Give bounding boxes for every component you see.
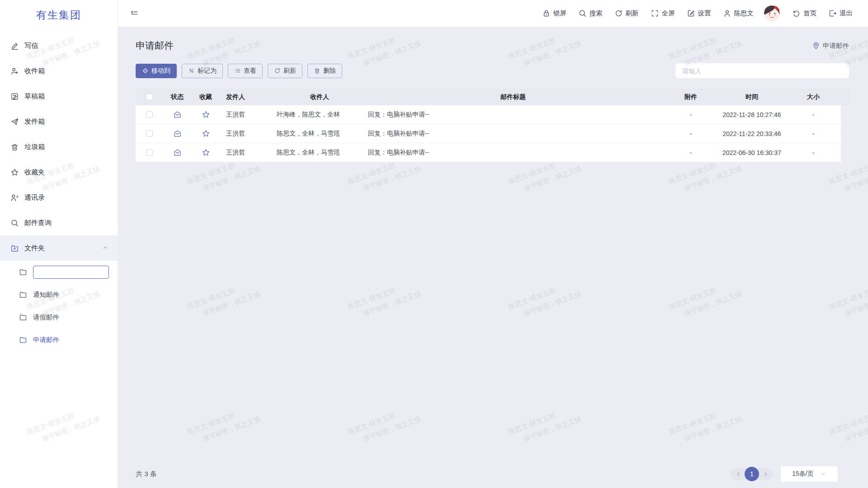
page-size-value: 15条/页 <box>792 470 813 478</box>
sidebar-item-label: 邮件查询 <box>24 219 52 227</box>
mail-search-input[interactable] <box>675 63 849 78</box>
new-folder-name-input[interactable] <box>33 266 109 279</box>
contacts-icon <box>10 193 19 202</box>
column-header-recipients: 收件人 <box>277 93 363 101</box>
logout-icon <box>828 9 837 18</box>
inbox-person-icon <box>10 67 19 75</box>
mark-as-button[interactable]: 标记为 <box>182 64 223 78</box>
sidebar-item-label: 写信 <box>24 42 38 50</box>
prev-page-button[interactable] <box>733 468 743 480</box>
move-to-label: 移动到 <box>151 67 170 75</box>
collapse-sidebar-icon[interactable] <box>130 9 139 18</box>
sidebar-folder-application[interactable]: 申请邮件 <box>0 328 118 351</box>
row-checkbox[interactable] <box>146 111 153 118</box>
sidebar-item-inbox[interactable]: 收件箱 <box>0 58 118 84</box>
sidebar-item-sent[interactable]: 发件箱 <box>0 109 118 134</box>
view-label: 查看 <box>244 67 256 75</box>
folder-label: 申请邮件 <box>33 336 59 344</box>
sidebar-folder-leave[interactable]: 请假邮件 <box>0 306 118 328</box>
sidebar-item-folders[interactable]: 文件夹 <box>0 235 118 261</box>
folder-icon <box>19 268 27 276</box>
chevron-up-icon[interactable] <box>102 244 108 252</box>
select-all-checkbox[interactable] <box>146 94 153 100</box>
current-user-label: 陈思文 <box>734 9 754 18</box>
refresh-list-label: 刷新 <box>283 67 296 75</box>
subject-cell: 回复：电脑补贴申请-- <box>363 130 664 138</box>
breadcrumb[interactable]: 申请邮件 <box>812 42 849 50</box>
star-icon[interactable] <box>202 148 210 157</box>
move-icon <box>142 67 149 74</box>
sidebar-item-drafts[interactable]: 草稿箱 <box>0 84 118 109</box>
send-icon <box>10 117 19 126</box>
sidebar-item-trash[interactable]: 垃圾箱 <box>0 134 118 160</box>
fullscreen-label: 全屏 <box>662 9 675 18</box>
search-button[interactable]: 搜索 <box>578 9 603 18</box>
home-label: 首页 <box>803 9 816 18</box>
star-icon[interactable] <box>202 110 210 119</box>
sidebar-item-mail-query[interactable]: 邮件查询 <box>0 210 118 235</box>
current-page-button[interactable]: 1 <box>745 467 759 481</box>
size-cell: - <box>786 130 841 137</box>
lock-icon <box>542 9 551 18</box>
time-cell: 2022-11-22 20:33:46 <box>718 130 786 137</box>
sidebar-item-label: 发件箱 <box>24 117 45 126</box>
sidebar: 有生集团 写信 收件箱 草稿箱 发件箱 垃圾箱 收藏夹 通讯录 <box>0 0 118 488</box>
attachment-cell: - <box>664 149 718 156</box>
view-button[interactable]: 查看 <box>228 64 263 78</box>
sidebar-item-label: 草稿箱 <box>24 92 45 101</box>
column-header-time: 时间 <box>718 93 786 101</box>
refresh-button[interactable]: 刷新 <box>614 9 639 18</box>
settings-label: 设置 <box>698 9 711 18</box>
sidebar-item-favorites[interactable]: 收藏夹 <box>0 160 118 185</box>
folder-label: 通知邮件 <box>33 291 59 299</box>
main-content: 申请邮件 申请邮件 移动到 标记为 查看 刷新 删除 <box>118 27 868 488</box>
move-to-button[interactable]: 移动到 <box>136 64 177 78</box>
logout-button[interactable]: 退出 <box>828 9 853 18</box>
fullscreen-button[interactable]: 全屏 <box>651 9 675 18</box>
table-row[interactable]: 王洪哲 陈思文，全林，马雪瑶 回复：电脑补贴申请-- - 2022-06-30 … <box>136 143 841 162</box>
avatar[interactable] <box>764 5 780 22</box>
row-checkbox[interactable] <box>146 130 153 137</box>
sidebar-item-label: 文件夹 <box>24 244 45 253</box>
sidebar-item-contacts[interactable]: 通讯录 <box>0 185 118 210</box>
page-size-select[interactable]: 15条/页 <box>781 466 838 482</box>
fullscreen-icon <box>651 9 659 18</box>
sender-cell: 王洪哲 <box>220 130 277 138</box>
settings-button[interactable]: 设置 <box>687 9 711 18</box>
sidebar-item-label: 垃圾箱 <box>24 143 45 151</box>
subject-cell: 回复：电脑补贴申请-- <box>363 149 664 157</box>
folder-label: 请假邮件 <box>33 313 59 322</box>
home-button[interactable]: 首页 <box>792 9 816 18</box>
delete-label: 删除 <box>323 67 336 75</box>
table-row[interactable]: 王洪哲 叶海峰，陈思文，全林 回复：电脑补贴申请-- - 2022-11-28 … <box>136 105 841 124</box>
star-icon[interactable] <box>202 129 210 138</box>
refresh-list-button[interactable]: 刷新 <box>268 64 302 78</box>
subject-cell: 回复：电脑补贴申请-- <box>363 111 664 119</box>
attachment-cell: - <box>664 111 718 118</box>
mail-open-icon <box>173 129 182 138</box>
sidebar-folder-notice[interactable]: 通知邮件 <box>0 283 118 306</box>
table-header: 状态 收藏 发件人 收件人 邮件标题 附件 时间 大小 <box>136 89 849 105</box>
total-count: 共 3 条 <box>136 470 157 479</box>
current-user-button[interactable]: 陈思文 <box>723 9 754 18</box>
delete-button[interactable]: 删除 <box>307 64 342 78</box>
column-header-attachment: 附件 <box>664 93 718 101</box>
trash-icon <box>314 67 321 74</box>
sidebar-item-compose[interactable]: 写信 <box>0 33 118 58</box>
sidebar-menu: 写信 收件箱 草稿箱 发件箱 垃圾箱 收藏夹 通讯录 邮件查询 <box>0 33 118 351</box>
folder-icon <box>19 336 27 344</box>
sender-cell: 王洪哲 <box>220 111 277 119</box>
table-row[interactable]: 王洪哲 陈思文，全林，马雪瑶 回复：电脑补贴申请-- - 2022-11-22 … <box>136 124 841 143</box>
brand-logo: 有生集团 <box>0 0 118 22</box>
sender-cell: 王洪哲 <box>220 149 277 157</box>
footer-bar: 共 3 条 1 15条/页 <box>136 466 849 482</box>
recipients-cell: 陈思文，全林，马雪瑶 <box>277 149 363 157</box>
next-page-button[interactable] <box>760 468 770 480</box>
breadcrumb-label: 申请邮件 <box>823 42 849 50</box>
lock-screen-button[interactable]: 锁屏 <box>542 9 566 18</box>
lock-screen-label: 锁屏 <box>553 9 566 18</box>
row-checkbox[interactable] <box>146 149 153 156</box>
person-icon <box>723 9 731 18</box>
mail-table: 状态 收藏 发件人 收件人 邮件标题 附件 时间 大小 王洪哲 叶海峰，陈思文，… <box>136 89 849 162</box>
mark-icon <box>188 67 195 74</box>
